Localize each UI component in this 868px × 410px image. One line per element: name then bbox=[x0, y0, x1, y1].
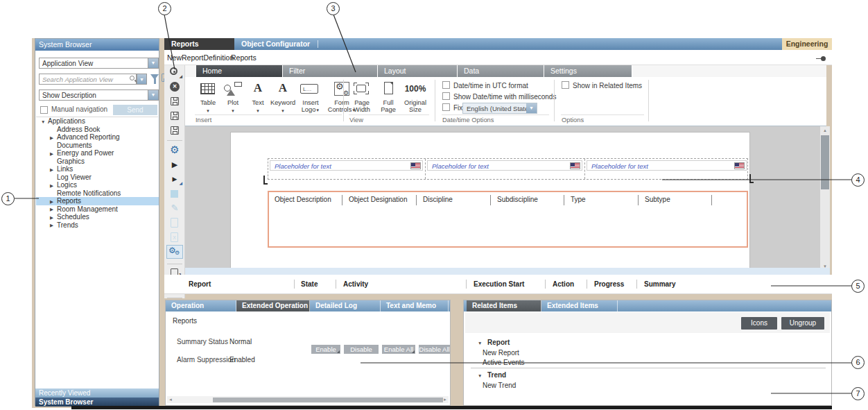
tree-item-documents[interactable]: Documents bbox=[36, 142, 159, 150]
save-as-button[interactable] bbox=[164, 109, 185, 123]
locale-flag-icon[interactable] bbox=[570, 162, 580, 169]
exec-column-state[interactable]: State bbox=[301, 280, 318, 288]
export-pdf-button[interactable] bbox=[164, 216, 185, 230]
ribbon-tab-data[interactable]: Data bbox=[458, 65, 544, 77]
settings-button[interactable]: ⚙ bbox=[164, 143, 185, 157]
collapsed-arrow-icon[interactable]: ▶ bbox=[50, 221, 57, 230]
horizontal-scrollbar[interactable]: ◄ ► bbox=[167, 396, 449, 403]
tab-reports[interactable]: Reports bbox=[164, 38, 234, 50]
icons-button[interactable]: Icons bbox=[741, 317, 777, 330]
report-page[interactable]: Placeholder for text Placeholder for tex… bbox=[230, 132, 750, 273]
disable-all-button[interactable]: Disable All bbox=[419, 345, 450, 354]
text-placeholder-cell[interactable]: Placeholder for text bbox=[426, 159, 585, 179]
locale-flag-icon[interactable] bbox=[734, 162, 745, 169]
tree-item-applications[interactable]: ▼Applications bbox=[36, 117, 159, 126]
vertical-scrollbar[interactable]: ▲ ▼ bbox=[820, 126, 830, 271]
scroll-up-icon[interactable]: ▲ bbox=[820, 126, 830, 135]
scrollbar-thumb[interactable] bbox=[213, 398, 443, 402]
insert-logo-button[interactable]: L… Insert Logo▼ bbox=[297, 80, 324, 114]
exec-column-summary[interactable]: Summary bbox=[644, 280, 676, 288]
text-placeholder-cell[interactable]: Placeholder for text bbox=[585, 159, 749, 179]
ungroup-button[interactable]: Ungroup bbox=[781, 317, 824, 330]
exec-column-report[interactable]: Report bbox=[189, 280, 211, 288]
cancel-button[interactable]: ✕ bbox=[164, 80, 185, 94]
exec-column-progress[interactable]: Progress bbox=[594, 280, 624, 288]
report-table[interactable]: Object Description Object Designation Di… bbox=[268, 191, 748, 248]
scroll-left-icon[interactable]: ◄ bbox=[167, 396, 174, 403]
tree-item-reports[interactable]: ▶Reports bbox=[36, 197, 159, 205]
tree-item-energy-and-power[interactable]: ▶Energy and Power bbox=[36, 149, 159, 157]
insert-text-button[interactable]: A Text ▼ bbox=[245, 80, 270, 114]
disable-button[interactable]: Disable bbox=[344, 345, 379, 354]
chevron-down-icon[interactable]: ▼ bbox=[148, 58, 158, 68]
stop-button[interactable] bbox=[164, 187, 185, 201]
tree-item-room-management[interactable]: ▶Room Management bbox=[36, 205, 159, 214]
enable-all-button[interactable]: Enable All bbox=[382, 345, 415, 354]
breadcrumb-root[interactable]: NewReportDefinition bbox=[167, 53, 234, 62]
pin-icon[interactable] bbox=[816, 57, 826, 60]
group-trend[interactable]: ▼Trend bbox=[478, 371, 506, 379]
show-in-related-items-checkbox[interactable] bbox=[562, 81, 569, 89]
collapsed-arrow-icon[interactable]: ▶ bbox=[50, 205, 57, 214]
tree-item-advanced-reporting[interactable]: ▶Advanced Reporting bbox=[36, 133, 159, 142]
exec-column-activity[interactable]: Activity bbox=[343, 280, 368, 288]
send-button[interactable]: Send bbox=[113, 105, 157, 115]
scrollbar-thumb[interactable] bbox=[821, 135, 829, 189]
tree-item-remote-notifications[interactable]: Remote Notifications bbox=[36, 189, 159, 198]
utc-format-checkbox[interactable] bbox=[442, 81, 450, 89]
expanded-arrow-icon[interactable]: ▼ bbox=[478, 373, 487, 378]
page-width-button[interactable]: Page Width bbox=[349, 80, 375, 113]
related-item-new-trend[interactable]: New Trend bbox=[483, 382, 516, 389]
tab-operation[interactable]: Operation bbox=[166, 300, 236, 311]
ribbon-tab-home[interactable]: Home bbox=[196, 65, 283, 77]
report-definition-button[interactable]: ◢ bbox=[164, 65, 185, 80]
exec-column-execution-start[interactable]: Execution Start bbox=[474, 280, 524, 288]
ribbon-tab-filter[interactable]: Filter bbox=[283, 65, 378, 77]
collapsed-arrow-icon[interactable]: ▶ bbox=[50, 134, 57, 142]
related-item-new-report[interactable]: New Report bbox=[483, 349, 519, 357]
exec-column-action[interactable]: Action bbox=[553, 280, 574, 288]
tree-item-log-viewer[interactable]: Log Viewer bbox=[36, 173, 159, 182]
tab-related-items[interactable]: Related Items bbox=[467, 300, 541, 311]
tab-extended-items[interactable]: Extended Items bbox=[541, 300, 618, 311]
tree-item-address-book[interactable]: Address Book bbox=[36, 126, 159, 134]
tree-item-graphics[interactable]: Graphics bbox=[36, 157, 159, 166]
tree-item-trends[interactable]: ▶Trends bbox=[36, 221, 159, 230]
view-selector-dropdown[interactable]: Application View ▼ bbox=[39, 58, 159, 69]
filter-icon[interactable] bbox=[150, 74, 159, 80]
ribbon-tab-layout[interactable]: Layout bbox=[378, 65, 458, 77]
insert-keyword-button[interactable]: A Keyword ▼ bbox=[270, 80, 295, 114]
collapsed-arrow-icon[interactable]: ▶ bbox=[50, 198, 57, 206]
export-excel-button[interactable]: X bbox=[164, 230, 185, 245]
save-all-button[interactable] bbox=[164, 123, 185, 138]
scroll-right-icon[interactable]: ► bbox=[442, 396, 449, 403]
search-input[interactable]: Search Application View bbox=[39, 74, 137, 85]
locale-dropdown[interactable]: English (United States) ▼ bbox=[462, 103, 537, 114]
locale-flag-icon[interactable] bbox=[410, 162, 421, 169]
tab-object-configurator[interactable]: Object Configurator bbox=[234, 38, 317, 50]
collapsed-arrow-icon[interactable]: ▶ bbox=[50, 182, 57, 190]
fixed-locale-checkbox[interactable] bbox=[442, 103, 450, 111]
insert-table-button[interactable]: Table ▼ bbox=[196, 80, 220, 114]
full-page-button[interactable]: Full Page bbox=[376, 80, 400, 113]
insert-plot-button[interactable]: Plot ▼ bbox=[220, 80, 245, 114]
search-options-dropdown[interactable]: ▼ bbox=[137, 74, 147, 85]
run-report-button[interactable]: ▶ bbox=[164, 157, 185, 172]
display-mode-dropdown[interactable]: Show Description ▼ bbox=[39, 89, 159, 101]
save-button[interactable] bbox=[164, 94, 185, 109]
recently-viewed-bar[interactable]: Recently Viewed bbox=[35, 388, 159, 398]
tab-extended-operation[interactable]: Extended Operation bbox=[236, 300, 310, 311]
tree-item-schedules[interactable]: ▶Schedules bbox=[36, 213, 159, 221]
related-item-active-events[interactable]: Active Events bbox=[483, 359, 525, 366]
milliseconds-checkbox[interactable] bbox=[442, 92, 450, 100]
tab-detailed-log[interactable]: Detailed Log bbox=[310, 300, 381, 311]
original-size-button[interactable]: 100% Original Size bbox=[401, 80, 429, 113]
tree-item-links[interactable]: ▶Links bbox=[36, 165, 159, 173]
edit-button[interactable]: ✎ bbox=[164, 201, 185, 216]
chevron-down-icon[interactable]: ▼ bbox=[148, 90, 158, 100]
tab-text-and-memo[interactable]: Text and Memo bbox=[381, 300, 449, 311]
report-settings-button[interactable]: ⚙ ⚙ bbox=[164, 245, 185, 262]
run-with-options-button[interactable]: ▶◢ bbox=[164, 172, 185, 187]
expanded-arrow-icon[interactable]: ▼ bbox=[478, 341, 487, 345]
collapsed-arrow-icon[interactable]: ▶ bbox=[50, 166, 57, 174]
